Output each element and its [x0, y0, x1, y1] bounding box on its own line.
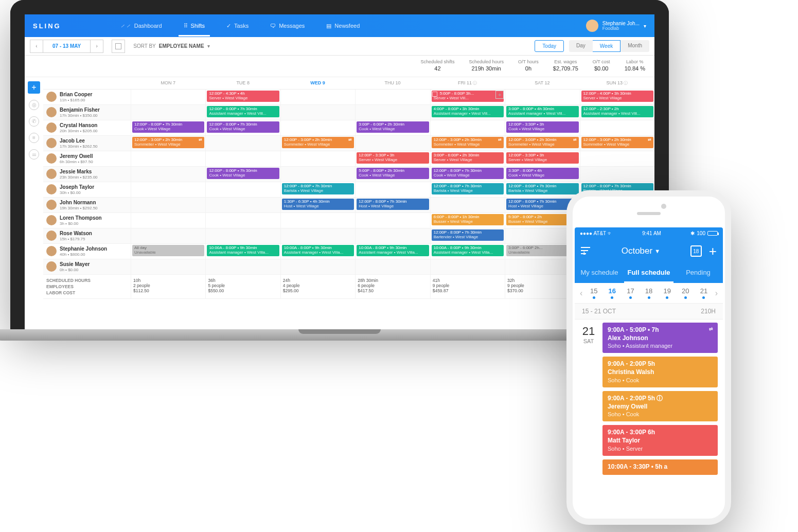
schedule-cell[interactable]: 12:00P - 4:30P • 4hServer • West Village — [205, 90, 280, 104]
schedule-cell[interactable] — [131, 105, 205, 120]
schedule-cell[interactable] — [280, 120, 355, 135]
schedule-cell[interactable] — [430, 120, 505, 135]
schedule-cell[interactable] — [505, 90, 579, 104]
date-pill[interactable]: 21 — [695, 287, 713, 299]
shift-block[interactable]: 1:30P - 6:30P • 4h 30minHost • West Vill… — [282, 199, 354, 210]
schedule-cell[interactable]: 12:00P - 4:00P • 3h 30minServer • West V… — [580, 90, 654, 104]
mobile-shift-card[interactable]: 9:00A - 2:00P 5h ⓘJeremy OwellSoho • Coo… — [602, 391, 718, 421]
schedule-cell[interactable] — [355, 182, 430, 197]
schedule-cell[interactable] — [280, 213, 355, 228]
schedule-cell[interactable]: 5:00P - 8:00P 3h...Server • West Vill...… — [430, 90, 505, 104]
nav-tasks[interactable]: ✓Tasks — [224, 15, 251, 37]
date-pill[interactable]: 20 — [676, 287, 695, 299]
shift-block[interactable]: 12:00P - 8:00P • 7h 30minBarista • West … — [506, 183, 578, 194]
schedule-cell[interactable]: 12:00P - 3:00P • 2h 30min⇄Sommelier • We… — [505, 136, 579, 151]
schedule-cell[interactable] — [131, 167, 205, 182]
schedule-cell[interactable]: 10:00A - 8:00P • 9h 30minAssistant manag… — [430, 244, 505, 259]
schedule-cell[interactable] — [205, 151, 280, 166]
mobile-shift-card[interactable]: 9:00A - 3:00P 6hMatt TaylorSoho • Server — [602, 425, 718, 455]
shift-block[interactable]: 12:00P - 3:00P • 2h 30min⇄Sommelier • We… — [132, 137, 204, 148]
schedule-cell[interactable]: 3:00P - 6:00P • 2h 30minCook • West Vill… — [355, 120, 430, 135]
date-range[interactable]: 07 - 13 MAY — [43, 40, 90, 53]
shift-block[interactable]: 12:00P - 8:00P • 7h 30minCook • West Vil… — [432, 168, 504, 179]
today-button[interactable]: Today — [535, 40, 564, 52]
prev-dates-button[interactable]: ‹ — [578, 289, 584, 298]
shift-block[interactable]: 12:00P - 8:00P • 7h 30minCook • West Vil… — [207, 121, 279, 133]
mobile-shift-card[interactable]: 9:00A - 2:00P 5hChristina WalshSoho • Co… — [602, 357, 718, 387]
schedule-cell[interactable] — [355, 105, 430, 120]
schedule-cell[interactable]: 12:00P - 3:30P • 3hServer • West Village — [505, 151, 579, 166]
schedule-cell[interactable]: 1:30P - 6:30P • 4h 30minHost • West Vill… — [280, 198, 355, 212]
schedule-cell[interactable] — [205, 198, 280, 212]
schedule-cell[interactable] — [280, 151, 355, 166]
date-pill[interactable]: 17 — [622, 287, 640, 299]
schedule-cell[interactable] — [205, 182, 280, 197]
schedule-cell[interactable]: 12:00P - 3:30P • 3hServer • West Village — [355, 151, 430, 166]
shift-block[interactable]: 12:00P - 4:30P • 4hServer • West Village — [207, 91, 279, 102]
mobile-shift-card[interactable]: 10:00A - 3:30P • 5h a — [602, 459, 718, 475]
employee-name[interactable]: Brian Cooper — [60, 92, 92, 98]
schedule-cell[interactable] — [580, 167, 654, 182]
schedule-cell[interactable]: 10:00A - 8:00P • 9h 30minAssistant manag… — [280, 244, 355, 259]
schedule-cell[interactable] — [580, 151, 654, 166]
day-header[interactable]: THU 10 — [355, 77, 430, 89]
schedule-cell[interactable]: 4:00P - 8:00P • 3h 30minAssistant manage… — [430, 105, 505, 120]
select-all-checkbox[interactable] — [112, 40, 125, 53]
calendar-icon[interactable]: 18 — [690, 245, 702, 257]
schedule-cell[interactable]: 12:00P - 3:30P • 3hCook • West Village — [505, 120, 579, 135]
shift-block[interactable]: 3:00P - 8:00P • 4h 30minAssistant manage… — [506, 106, 578, 117]
schedule-cell[interactable]: 12:00P - 8:00P • 7h 30minHost • West Vil… — [355, 198, 430, 212]
schedule-cell[interactable]: 12:00P - 2:30P • 2hAssistant manager • W… — [580, 105, 654, 120]
shift-block[interactable]: 12:00P - 8:00P • 7h 30minBarista • West … — [432, 183, 504, 194]
employee-name[interactable]: John Normann — [60, 200, 98, 206]
day-header[interactable]: SAT 12 — [505, 77, 579, 89]
schedule-cell[interactable]: 12:00P - 8:00P • 7h 30minAssistant manag… — [205, 105, 280, 120]
schedule-cell[interactable]: 10:00A - 8:00P • 9h 30minAssistant manag… — [205, 244, 280, 259]
schedule-cell[interactable] — [280, 105, 355, 120]
view-day-button[interactable]: Day — [569, 40, 593, 52]
schedule-cell[interactable]: 3:30P - 8:00P • 4hCook • West Village — [505, 167, 579, 182]
shift-block[interactable]: 12:00P - 2:30P • 2hAssistant manager • W… — [581, 106, 653, 117]
schedule-cell[interactable]: 12:00P - 8:00P • 7h 30minCook • West Vil… — [205, 120, 280, 135]
employee-name[interactable]: Jessie Marks — [60, 169, 98, 175]
employee-name[interactable]: Jeremy Owell — [60, 153, 93, 159]
user-menu[interactable]: Stephanie Joh... Foodlab ▾ — [586, 20, 646, 32]
schedule-cell[interactable] — [355, 213, 430, 228]
shift-block[interactable]: 12:00P - 8:00P • 7h 30minBartender • Wes… — [432, 229, 504, 241]
schedule-cell[interactable]: 12:00P - 3:00P • 2h 30min⇄Sommelier • We… — [131, 136, 205, 151]
shift-block[interactable]: 12:00P - 3:30P • 3hCook • West Village — [506, 121, 578, 133]
schedule-cell[interactable] — [355, 136, 430, 151]
schedule-cell[interactable] — [131, 151, 205, 166]
shift-block[interactable]: 10:00A - 8:00P • 9h 30minAssistant manag… — [207, 245, 279, 256]
schedule-cell[interactable]: 3:00P - 6:00P • 2h 30minServer • West Vi… — [430, 151, 505, 166]
nav-messages[interactable]: 🗨Messages — [268, 15, 307, 36]
employee-name[interactable]: Loren Thompson — [60, 215, 102, 221]
next-dates-button[interactable]: › — [713, 289, 720, 298]
date-pill[interactable]: 16 — [603, 287, 622, 299]
next-week-button[interactable]: › — [90, 40, 103, 53]
schedule-cell[interactable] — [131, 198, 205, 212]
shift-block[interactable]: 5:00P - 8:00P 3h...Server • West Vill... — [432, 91, 504, 102]
view-week-button[interactable]: Week — [593, 40, 620, 52]
schedule-cell[interactable] — [131, 182, 205, 197]
add-shift-icon[interactable]: + — [495, 91, 504, 99]
nav-dashboard[interactable]: ⟋⟋Dashboard — [118, 15, 164, 36]
day-header[interactable]: WED 9 — [280, 77, 355, 89]
employee-name[interactable]: Stephanie Johnson — [60, 246, 107, 252]
shift-block[interactable]: 12:00P - 3:00P • 2h 30min⇄Sommelier • We… — [581, 137, 653, 148]
schedule-cell[interactable] — [355, 90, 430, 104]
schedule-cell[interactable] — [205, 259, 280, 274]
tab-pending[interactable]: Pending — [673, 263, 723, 283]
shift-block[interactable]: All dayUnavailable — [132, 245, 204, 256]
month-selector[interactable]: October▼ — [622, 246, 660, 256]
shift-block[interactable]: 12:00P - 3:00P • 2h 30min⇄Sommelier • We… — [432, 137, 504, 148]
schedule-cell[interactable]: 12:00P - 8:00P • 7h 30minCook • West Vil… — [131, 120, 205, 135]
shift-block[interactable]: 3:00P - 6:00P • 2h 30minCook • West Vill… — [357, 121, 429, 133]
shift-block[interactable]: 12:00P - 3:30P • 3hServer • West Village — [506, 152, 578, 164]
schedule-cell[interactable]: All dayUnavailable — [131, 244, 205, 259]
prev-week-button[interactable]: ‹ — [30, 40, 43, 53]
sort-control[interactable]: SORT BY EMPLOYEE NAME ▾ — [133, 43, 209, 49]
schedule-cell[interactable] — [580, 120, 654, 135]
schedule-cell[interactable] — [131, 228, 205, 243]
shift-block[interactable]: 12:00P - 8:00P • 7h 30minAssistant manag… — [207, 106, 279, 117]
